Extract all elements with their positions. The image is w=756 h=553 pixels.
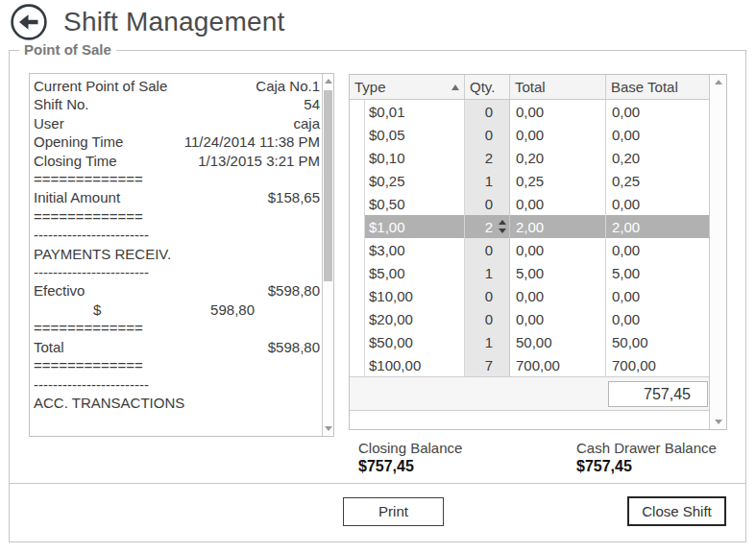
- back-button[interactable]: [10, 3, 48, 41]
- receipt-line: =============: [34, 356, 320, 374]
- cell-qty: 0: [465, 307, 510, 330]
- scroll-up-icon[interactable]: [715, 80, 722, 84]
- column-header-qty[interactable]: Qty.: [465, 75, 510, 99]
- cell-type: $10,00: [365, 284, 465, 307]
- grid-row[interactable]: $0,1020,200,20: [350, 146, 709, 169]
- cell-type: $0,05: [365, 123, 465, 146]
- cell-type: $0,10: [365, 146, 465, 169]
- cell-base-total: 0,00: [606, 100, 709, 123]
- row-header: [350, 353, 365, 376]
- receipt-line: Closing Time1/13/2015 3:21 PM: [34, 152, 320, 170]
- scroll-up-icon[interactable]: [325, 79, 332, 84]
- grid-header-row: Type Qty. Total Base Total: [350, 75, 709, 100]
- cell-base-total: 0,00: [606, 238, 709, 261]
- receipt-line: ------------------------: [34, 226, 320, 244]
- spinner-down-icon[interactable]: [499, 228, 506, 233]
- cell-base-total: 700,00: [606, 353, 709, 376]
- cell-type: $20,00: [365, 307, 465, 330]
- row-header: [350, 284, 365, 307]
- cell-total: 0,00: [510, 192, 606, 215]
- cell-total: 0,25: [510, 169, 606, 192]
- footer-separator: [10, 483, 745, 484]
- cell-qty: 0: [465, 238, 510, 261]
- cell-total: 700,00: [510, 353, 606, 376]
- cell-total: 0,00: [510, 123, 606, 146]
- cell-qty: 7: [465, 353, 510, 376]
- grid-row[interactable]: $0,2510,250,25: [350, 169, 709, 192]
- cell-total: 0,20: [510, 146, 606, 169]
- column-header-total[interactable]: Total: [510, 75, 606, 99]
- grid-row[interactable]: $3,0000,000,00: [350, 238, 709, 261]
- cell-base-total: 2,00: [606, 215, 709, 238]
- scroll-down-icon[interactable]: [325, 426, 332, 431]
- grid-row[interactable]: $20,0000,000,00: [350, 307, 709, 330]
- cell-qty: 0: [465, 100, 510, 123]
- receipt-line: Initial Amount$158,65: [34, 188, 320, 206]
- close-shift-button[interactable]: Close Shift: [627, 496, 726, 526]
- receipt-line: Efectivo$598,80: [34, 281, 320, 300]
- shift-receipt-panel: Current Point of SaleCaja No.1Shift No.5…: [29, 73, 334, 437]
- cell-qty: 1: [465, 330, 510, 353]
- cell-base-total: 50,00: [606, 330, 709, 353]
- grid-row[interactable]: $10,0000,000,00: [350, 284, 709, 307]
- cell-type: $100,00: [365, 353, 465, 376]
- row-header: [350, 238, 365, 261]
- cell-type: $0,25: [365, 169, 465, 192]
- grid-row[interactable]: $1,0022,002,00: [350, 215, 709, 238]
- grid-rows: $0,0100,000,00$0,0500,000,00$0,1020,200,…: [350, 100, 709, 376]
- receipt-line: Shift No.54: [34, 95, 320, 113]
- row-header: [350, 169, 365, 192]
- cell-qty: 0: [465, 123, 510, 146]
- row-header: [350, 100, 365, 123]
- cell-qty: 2: [465, 146, 510, 169]
- scroll-down-icon[interactable]: [715, 420, 722, 424]
- grid-row[interactable]: $50,00150,0050,00: [350, 330, 709, 353]
- cell-type: $50,00: [365, 330, 465, 353]
- cell-total: 0,00: [510, 100, 606, 123]
- column-header-type[interactable]: Type: [350, 75, 465, 99]
- receipt-line: ACC. TRANSACTIONS: [34, 394, 320, 412]
- cell-base-total: 5,00: [606, 261, 709, 284]
- cell-total: 0,00: [510, 238, 606, 261]
- receipt-line: Total$598,80: [34, 338, 320, 356]
- receipt-line: Current Point of SaleCaja No.1: [34, 77, 320, 95]
- denominations-grid: Type Qty. Total Base Total $0,0100,000,0…: [349, 74, 727, 430]
- grid-row[interactable]: $100,007700,00700,00: [350, 353, 709, 376]
- cell-type: $5,00: [365, 261, 465, 284]
- cash-drawer-balance: Cash Drawer Balance $757,45: [576, 440, 717, 475]
- receipt-line: Opening Time11/24/2014 11:38 PM: [34, 132, 320, 151]
- scrollbar-thumb[interactable]: [710, 75, 721, 368]
- scrollbar-thumb[interactable]: [324, 90, 332, 281]
- spinner-up-icon[interactable]: [499, 220, 506, 225]
- row-header: [350, 330, 365, 353]
- grid-row[interactable]: $0,5000,000,00: [350, 192, 709, 215]
- cell-total: 0,00: [510, 284, 606, 307]
- cell-total: 50,00: [510, 330, 606, 353]
- cell-type: $3,00: [365, 238, 465, 261]
- cell-qty: 1: [465, 261, 510, 284]
- grid-row[interactable]: $5,0015,005,00: [350, 261, 709, 284]
- cell-qty: 2: [465, 215, 510, 238]
- grid-footer: 757,45: [350, 376, 709, 411]
- grid-row[interactable]: $0,0500,000,00: [350, 123, 709, 146]
- print-button[interactable]: Print: [343, 497, 444, 526]
- grid-scrollbar[interactable]: [709, 75, 726, 429]
- closing-balance-value: $757,45: [358, 458, 462, 475]
- cell-base-total: 0,25: [606, 169, 709, 192]
- column-header-base-total[interactable]: Base Total: [606, 75, 709, 99]
- grid-row[interactable]: $0,0100,000,00: [350, 100, 709, 123]
- sort-ascending-icon: [451, 84, 459, 90]
- cash-drawer-balance-value: $757,45: [576, 458, 717, 475]
- closing-balance: Closing Balance $757,45: [358, 440, 462, 475]
- cell-base-total: 0,00: [606, 123, 709, 146]
- counted-total-input[interactable]: 757,45: [608, 381, 708, 407]
- qty-spinner[interactable]: [498, 218, 507, 235]
- receipt-line: =============: [34, 319, 320, 337]
- row-header: [350, 261, 365, 284]
- receipt-line: $598,80: [34, 301, 320, 319]
- point-of-sale-groupbox: Point of Sale Current Point of SaleCaja …: [9, 50, 746, 542]
- row-header: [350, 192, 365, 215]
- cell-base-total: 0,00: [606, 284, 709, 307]
- receipt-scrollbar[interactable]: [322, 74, 333, 436]
- cell-base-total: 0,00: [606, 192, 709, 215]
